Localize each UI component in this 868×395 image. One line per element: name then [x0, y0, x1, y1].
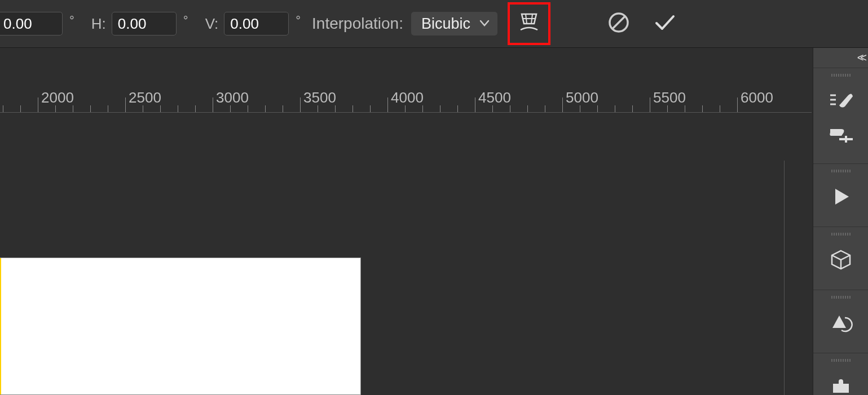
clone-source-icon	[828, 123, 854, 144]
panel-grip[interactable]	[831, 233, 851, 236]
ruler-tick-minor	[440, 105, 440, 112]
h-label: H:	[91, 15, 106, 33]
ruler-tick-label: 3000	[216, 89, 249, 106]
ruler-tick-label: 6000	[741, 89, 773, 106]
ruler-tick-major	[737, 97, 738, 112]
ruler-tick-minor	[615, 105, 615, 112]
panel-grip[interactable]	[831, 359, 851, 362]
warp-mode-button[interactable]	[508, 2, 550, 45]
play-icon	[831, 187, 851, 207]
clone-source-panel-button[interactable]	[828, 121, 854, 147]
ruler-tick-minor	[3, 105, 3, 112]
ruler-tick-minor	[632, 105, 633, 112]
ruler-tick-minor	[685, 105, 685, 112]
panel-section-3d	[813, 227, 868, 290]
right-panel-dock: <<	[813, 48, 868, 395]
chevron-down-icon	[479, 19, 490, 29]
ruler-tick-minor	[230, 105, 231, 112]
ruler-tick-minor	[90, 105, 91, 112]
ruler-tick-label: 2000	[41, 89, 74, 106]
ruler-tick-major	[650, 97, 650, 112]
ruler-tick-minor	[527, 105, 528, 112]
ruler-tick-major	[562, 97, 563, 112]
ruler-tick-minor	[702, 105, 703, 112]
ruler-tick-minor	[335, 105, 336, 112]
ruler-tick-label: 2500	[129, 89, 161, 106]
ruler-tick-major	[213, 97, 213, 112]
panel-section-actions	[813, 163, 868, 227]
ruler-tick-minor	[545, 105, 545, 112]
canvas[interactable]	[0, 258, 361, 395]
v-skew-input[interactable]	[224, 12, 289, 35]
ruler-tick-minor	[457, 105, 458, 112]
ruler-tick-major	[125, 97, 126, 112]
rotate-shape-icon	[829, 312, 853, 334]
check-icon	[652, 10, 678, 38]
ruler-tick-minor	[370, 105, 371, 112]
ruler-tick-minor	[195, 105, 196, 112]
plugins-panel-button[interactable]	[828, 373, 854, 395]
interpolation-value: Bicubic	[421, 15, 470, 33]
panel-section-brushes	[813, 68, 868, 163]
ruler-tick-minor	[422, 105, 423, 112]
panel-grip[interactable]	[831, 74, 851, 77]
panel-section-plugins	[813, 353, 868, 395]
v-label: V:	[205, 15, 219, 33]
ruler-tick-minor	[55, 105, 56, 112]
panel-section-properties	[813, 290, 868, 353]
ruler-end-edge	[784, 161, 785, 395]
brush-settings-panel-button[interactable]	[828, 88, 854, 114]
ruler-tick-minor	[160, 105, 161, 112]
ruler-tick-minor	[108, 105, 108, 112]
3d-cube-icon	[830, 248, 852, 271]
puzzle-icon	[831, 377, 851, 395]
brush-settings-icon	[828, 91, 854, 111]
actions-panel-button[interactable]	[828, 184, 854, 210]
options-toolbar: ° H: ° V: ° Interpolation: Bicubic	[0, 0, 868, 48]
cancel-transform-button[interactable]	[601, 6, 636, 41]
ruler-tick-major	[38, 97, 38, 112]
panel-grip[interactable]	[831, 170, 851, 172]
ruler-tick-label: 3500	[303, 89, 336, 106]
interpolation-dropdown[interactable]: Bicubic	[411, 12, 497, 35]
ruler-tick-minor	[667, 105, 668, 112]
ruler-tick-minor	[405, 105, 406, 112]
ruler-tick-label: 5000	[566, 89, 598, 106]
ruler-tick-minor	[248, 105, 248, 112]
ruler-tick-minor	[73, 105, 73, 112]
ruler-tick-minor	[265, 105, 266, 112]
ruler-tick-minor	[20, 105, 21, 112]
ruler-tick-major	[300, 97, 301, 112]
ruler-tick-minor	[283, 105, 283, 112]
collapse-panels-button[interactable]: <<	[853, 48, 868, 68]
ruler-tick-minor	[597, 105, 598, 112]
commit-transform-button[interactable]	[647, 6, 682, 41]
3d-panel-button[interactable]	[828, 247, 854, 273]
ruler-tick-label: 4500	[478, 89, 511, 106]
ruler-tick-minor	[510, 105, 510, 112]
ruler-tick-minor	[318, 105, 318, 112]
warp-icon	[517, 11, 541, 37]
ruler-tick-minor	[720, 105, 720, 112]
ruler-tick-minor	[178, 105, 178, 112]
horizontal-ruler: 200025003000350040004500500055006000	[0, 85, 812, 113]
angle-input[interactable]	[0, 12, 63, 35]
canvas-workspace: 200025003000350040004500500055006000	[0, 48, 812, 395]
ruler-tick-label: 4000	[391, 89, 424, 106]
ruler-tick-minor	[143, 105, 143, 112]
ruler-tick-minor	[492, 105, 493, 112]
svg-line-4	[613, 16, 625, 29]
ruler-tick-minor	[580, 105, 580, 112]
ruler-tick-major	[387, 97, 388, 112]
degree-symbol: °	[296, 14, 301, 28]
properties-panel-button[interactable]	[828, 310, 854, 336]
panel-grip[interactable]	[831, 296, 851, 299]
degree-symbol: °	[183, 14, 188, 28]
cancel-icon	[607, 11, 631, 37]
ruler-tick-label: 5500	[653, 89, 686, 106]
h-skew-input[interactable]	[112, 12, 177, 35]
degree-symbol: °	[69, 14, 74, 28]
interpolation-label: Interpolation:	[312, 15, 403, 33]
ruler-tick-minor	[353, 105, 353, 112]
ruler-tick-major	[475, 97, 475, 112]
